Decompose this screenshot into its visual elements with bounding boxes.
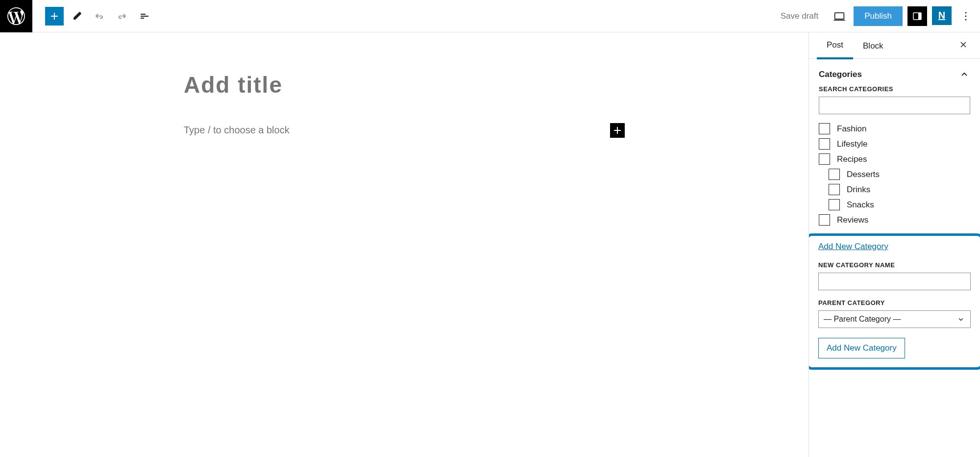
undo-button[interactable] bbox=[90, 7, 109, 25]
category-checkbox[interactable] bbox=[819, 138, 830, 150]
device-icon bbox=[833, 9, 846, 23]
post-title-input[interactable]: Add title bbox=[184, 72, 625, 98]
block-placeholder-row[interactable]: Type / to choose a block bbox=[184, 125, 625, 136]
parent-category-value: — Parent Category — bbox=[824, 315, 901, 324]
kebab-icon bbox=[960, 10, 972, 22]
svg-point-3 bbox=[965, 12, 967, 13]
add-new-category-button[interactable]: Add New Category bbox=[818, 338, 905, 358]
category-checkbox[interactable] bbox=[819, 123, 830, 134]
plus-icon bbox=[49, 10, 60, 22]
close-sidebar-button[interactable] bbox=[955, 36, 972, 55]
search-categories-label: SEARCH CATEGORIES bbox=[819, 85, 970, 93]
category-checkbox[interactable] bbox=[829, 199, 840, 210]
editor-canvas[interactable]: Add title Type / to choose a block bbox=[0, 32, 808, 457]
inline-add-block-button[interactable] bbox=[610, 123, 625, 138]
preview-button[interactable] bbox=[830, 7, 849, 25]
top-toolbar: Save draft Publish N bbox=[0, 0, 980, 32]
svg-point-5 bbox=[965, 19, 967, 20]
chevron-up-icon bbox=[958, 69, 970, 80]
add-new-category-link[interactable]: Add New Category bbox=[818, 242, 888, 252]
add-block-button[interactable] bbox=[45, 7, 64, 25]
sidebar-body: Categories SEARCH CATEGORIES FashionLife… bbox=[809, 59, 980, 457]
document-overview-button[interactable] bbox=[135, 7, 154, 25]
category-item[interactable]: Snacks bbox=[819, 197, 970, 212]
categories-list: FashionLifestyleRecipesDessertsDrinksSna… bbox=[819, 121, 970, 228]
add-category-highlight: Add New Category NEW CATEGORY NAME PAREN… bbox=[809, 233, 980, 370]
categories-panel: Categories SEARCH CATEGORIES FashionLife… bbox=[809, 59, 980, 231]
main-content: Add title Type / to choose a block Post … bbox=[0, 32, 980, 457]
category-label: Lifestyle bbox=[837, 139, 867, 149]
categories-panel-title: Categories bbox=[819, 70, 862, 79]
svg-rect-2 bbox=[918, 13, 921, 20]
new-category-name-label: NEW CATEGORY NAME bbox=[818, 261, 971, 269]
new-category-name-input[interactable] bbox=[818, 273, 971, 290]
category-checkbox[interactable] bbox=[819, 214, 830, 226]
parent-category-label: PARENT CATEGORY bbox=[818, 299, 971, 306]
tab-block[interactable]: Block bbox=[853, 33, 893, 58]
category-item[interactable]: Lifestyle bbox=[819, 136, 970, 152]
redo-button[interactable] bbox=[113, 7, 131, 25]
category-checkbox[interactable] bbox=[829, 184, 840, 195]
category-item[interactable]: Drinks bbox=[819, 182, 970, 197]
block-placeholder-text: Type / to choose a block bbox=[184, 125, 290, 136]
category-item[interactable]: Reviews bbox=[819, 212, 970, 228]
pencil-icon bbox=[71, 10, 83, 22]
category-item[interactable]: Desserts bbox=[819, 167, 970, 182]
settings-sidebar: Post Block Categories SEARCH CATEGORIES … bbox=[808, 32, 980, 457]
tab-post[interactable]: Post bbox=[817, 32, 853, 59]
category-label: Fashion bbox=[837, 124, 866, 134]
sidebar-tabs: Post Block bbox=[809, 32, 980, 59]
category-label: Recipes bbox=[837, 154, 867, 164]
wordpress-icon bbox=[7, 7, 25, 25]
category-checkbox[interactable] bbox=[829, 169, 840, 180]
category-item[interactable]: Fashion bbox=[819, 121, 970, 136]
svg-point-4 bbox=[965, 15, 967, 17]
edit-tools-button[interactable] bbox=[68, 7, 86, 25]
categories-panel-header[interactable]: Categories bbox=[819, 67, 970, 85]
toolbar-left-group bbox=[32, 7, 154, 25]
search-categories-input[interactable] bbox=[819, 97, 970, 114]
publish-button[interactable]: Publish bbox=[854, 6, 903, 26]
category-checkbox[interactable] bbox=[819, 153, 830, 165]
plugin-logo-text: N bbox=[938, 10, 945, 21]
sidebar-panel-icon bbox=[911, 10, 923, 22]
category-label: Desserts bbox=[847, 170, 880, 179]
category-label: Snacks bbox=[847, 200, 874, 210]
plugin-logo[interactable]: N bbox=[932, 6, 952, 26]
plus-icon bbox=[612, 125, 623, 136]
wordpress-logo[interactable] bbox=[0, 0, 32, 32]
chevron-down-icon bbox=[956, 315, 965, 324]
category-label: Reviews bbox=[837, 215, 868, 225]
undo-icon bbox=[94, 10, 105, 22]
settings-sidebar-toggle[interactable] bbox=[907, 6, 927, 26]
options-button[interactable] bbox=[956, 7, 975, 25]
list-outline-icon bbox=[139, 10, 150, 22]
close-icon bbox=[958, 40, 968, 50]
toolbar-right-group: Save draft Publish N bbox=[774, 6, 975, 26]
svg-rect-0 bbox=[835, 13, 844, 19]
parent-category-select[interactable]: — Parent Category — bbox=[818, 310, 971, 328]
save-draft-button[interactable]: Save draft bbox=[774, 7, 826, 25]
category-item[interactable]: Recipes bbox=[819, 152, 970, 167]
redo-icon bbox=[116, 10, 128, 22]
category-label: Drinks bbox=[847, 185, 870, 195]
